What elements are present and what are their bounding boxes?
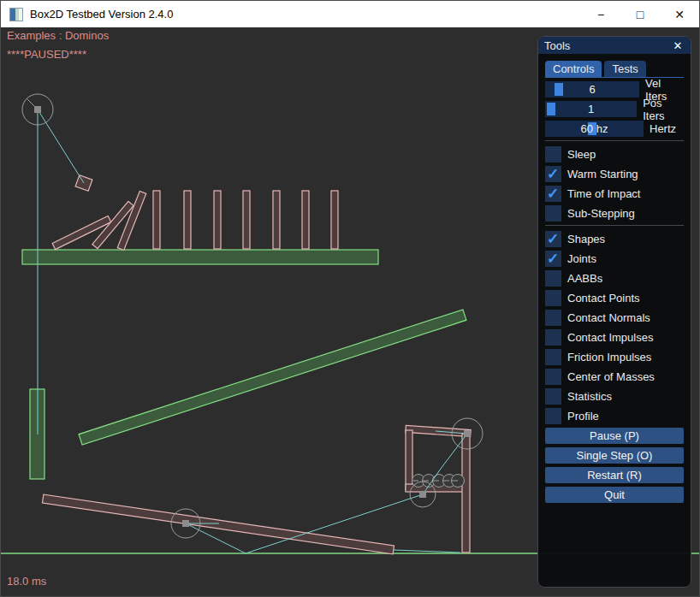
standing-domino	[214, 191, 221, 249]
slider-label: Hertz	[650, 122, 676, 135]
tab-tests[interactable]: Tests	[604, 61, 645, 77]
ground-rope	[394, 550, 460, 553]
checkbox-label: Profile	[567, 410, 599, 423]
check-icon: ✓	[547, 185, 559, 203]
seesaw-plank	[42, 494, 394, 554]
checkbox-label: Contact Normals	[567, 311, 650, 324]
standing-domino	[243, 191, 250, 249]
checkbox-joints[interactable]: ✓Joints	[545, 251, 684, 267]
checkbox-contact-points[interactable]: ✓Contact Points	[545, 290, 684, 306]
tools-close-icon[interactable]: ✕	[671, 38, 685, 52]
checkbox-sub-stepping[interactable]: ✓Sub-Stepping	[545, 205, 684, 222]
checkbox-box[interactable]: ✓	[545, 270, 561, 287]
restart-button[interactable]: Restart (R)	[545, 467, 684, 483]
checkbox-box[interactable]: ✓	[545, 146, 561, 163]
tab-controls[interactable]: Controls	[545, 61, 602, 77]
checkbox-box[interactable]: ✓	[545, 205, 561, 222]
checkbox-label: Contact Impulses	[567, 331, 653, 344]
close-icon[interactable]: ✕	[660, 1, 699, 27]
static-bodies	[22, 250, 466, 479]
checkbox-box[interactable]: ✓	[545, 408, 561, 424]
checkbox-aabbs[interactable]: ✓AABBs	[545, 270, 684, 287]
checkbox-box[interactable]: ✓	[545, 251, 561, 267]
checkbox-label: Center of Masses	[567, 370, 655, 383]
slider-value: 1	[545, 101, 637, 117]
check-icon: ✓	[547, 250, 559, 268]
tools-panel: Tools ✕ ControlsTests 6Vel Iters1Pos Ite…	[537, 36, 691, 588]
checkbox-label: Shapes	[567, 233, 605, 245]
fallen-domino-3	[117, 192, 145, 251]
dynamic-bodies	[42, 175, 471, 554]
minimize-icon[interactable]: −	[581, 1, 620, 27]
slider-pos-iters[interactable]: 1	[545, 101, 637, 117]
checkbox-box[interactable]: ✓	[545, 329, 561, 346]
checkbox-box[interactable]: ✓	[545, 290, 561, 306]
slider-row-pos-iters: 1Pos Iters	[545, 101, 684, 117]
check-icon: ✓	[547, 165, 559, 183]
slider-row-vel-iters: 6Vel Iters	[545, 81, 684, 98]
app-icon	[9, 8, 23, 21]
standing-domino	[153, 191, 160, 249]
window-title: Box2D Testbed Version 2.4.0	[30, 8, 581, 21]
panel-buttons-group: Pause (P)Single Step (O)Restart (R)Quit	[545, 428, 684, 503]
slider-group: 6Vel Iters1Pos Iters60 hzHertz	[545, 81, 684, 137]
slider-value: 6	[545, 81, 639, 98]
checkbox-label: AABBs	[567, 272, 602, 285]
slider-hertz[interactable]: 60 hz	[545, 121, 644, 137]
quit-button[interactable]: Quit	[545, 487, 684, 503]
tilted-plank-static	[79, 310, 466, 445]
checkbox-friction-impulses[interactable]: ✓Friction Impulses	[545, 349, 684, 365]
checkbox-shapes[interactable]: ✓Shapes	[545, 231, 684, 247]
draw-flags-group: ✓Shapes✓Joints✓AABBs✓Contact Points✓Cont…	[545, 231, 684, 424]
slider-value: 60 hz	[545, 121, 644, 137]
tools-panel-title: Tools	[544, 39, 671, 52]
checkbox-box[interactable]: ✓	[545, 310, 561, 326]
check-icon: ✓	[547, 230, 559, 248]
standing-domino	[302, 191, 309, 249]
pause-button[interactable]: Pause (P)	[545, 428, 684, 444]
checkbox-label: Sub-Stepping	[567, 207, 635, 220]
physics-canvas[interactable]: Examples : Dominos ****PAUSED**** 18.0 m…	[1, 27, 700, 597]
maximize-icon[interactable]: □	[620, 1, 660, 27]
pendulum-rope-diagonal	[38, 109, 84, 183]
checkbox-contact-impulses[interactable]: ✓Contact Impulses	[545, 329, 684, 346]
checkbox-label: Time of Impact	[567, 187, 640, 200]
slider-label: Pos Iters	[643, 97, 684, 122]
slider-row-hertz: 60 hzHertz	[545, 121, 684, 137]
checkbox-box[interactable]: ✓	[545, 349, 561, 365]
checkbox-box[interactable]: ✓	[545, 186, 561, 202]
checkbox-time-of-impact[interactable]: ✓Time of Impact	[545, 186, 684, 202]
example-title: Examples : Dominos	[7, 29, 109, 42]
frame-right-leg	[462, 434, 470, 553]
app-window: Box2D Testbed Version 2.4.0 − □ ✕	[0, 0, 700, 597]
tabbar: ControlsTests	[545, 60, 684, 78]
checkbox-label: Statistics	[567, 390, 612, 403]
checkbox-label: Warm Starting	[567, 168, 638, 180]
checkbox-box[interactable]: ✓	[545, 388, 561, 405]
slider-vel-iters[interactable]: 6	[545, 81, 639, 98]
checkbox-center-of-masses[interactable]: ✓Center of Masses	[545, 369, 684, 385]
checkbox-statistics[interactable]: ✓Statistics	[545, 388, 684, 405]
checkbox-sleep[interactable]: ✓Sleep	[545, 146, 684, 163]
checkbox-label: Sleep	[567, 148, 596, 161]
separator	[545, 225, 684, 226]
separator	[545, 140, 684, 141]
checkbox-box[interactable]: ✓	[545, 231, 561, 247]
checkbox-box[interactable]: ✓	[545, 369, 561, 385]
sim-flags-group: ✓Sleep✓Warm Starting✓Time of Impact✓Sub-…	[545, 146, 684, 222]
tools-panel-titlebar[interactable]: Tools ✕	[538, 37, 691, 54]
shelf-balls	[412, 475, 465, 488]
checkbox-label: Joints	[567, 252, 596, 265]
joint-markers	[22, 94, 483, 538]
checkbox-contact-normals[interactable]: ✓Contact Normals	[545, 310, 684, 326]
checkbox-label: Contact Points	[567, 292, 640, 304]
checkbox-label: Friction Impulses	[567, 351, 651, 364]
checkbox-box[interactable]: ✓	[545, 166, 561, 182]
domino-platform	[22, 250, 378, 264]
checkbox-warm-starting[interactable]: ✓Warm Starting	[545, 166, 684, 182]
os-titlebar: Box2D Testbed Version 2.4.0 − □ ✕	[1, 1, 699, 27]
paused-status: ****PAUSED****	[7, 48, 86, 61]
checkbox-profile[interactable]: ✓Profile	[545, 408, 684, 424]
standing-domino	[331, 191, 338, 249]
single-step-button[interactable]: Single Step (O)	[545, 447, 684, 464]
